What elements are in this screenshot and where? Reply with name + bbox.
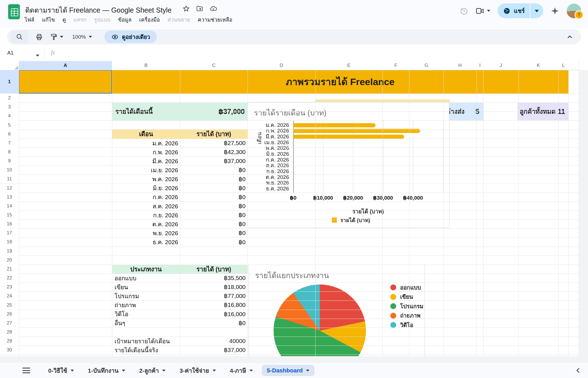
- column-header-E[interactable]: E: [315, 61, 383, 70]
- income-cell[interactable]: ฿77,000: [180, 293, 248, 299]
- income-cell[interactable]: ฿0: [180, 221, 248, 227]
- month-cell[interactable]: มี.ค. 2026: [112, 157, 180, 166]
- month-cell[interactable]: ก.พ. 2026: [112, 148, 180, 157]
- menu-item[interactable]: แก้ไข: [42, 15, 55, 24]
- row-header-23[interactable]: 23: [0, 283, 19, 292]
- table-row[interactable]: วิดีโอ ฿16,000: [112, 310, 248, 319]
- sheet-tab-caret[interactable]: [213, 370, 216, 372]
- zoom-control[interactable]: 100%: [72, 34, 92, 40]
- sheet-tab[interactable]: 4-ภาษี: [225, 364, 258, 377]
- row-header-5[interactable]: 5: [0, 120, 19, 130]
- income-cell[interactable]: ฿0: [180, 320, 248, 326]
- sheets-logo[interactable]: [8, 4, 20, 19]
- menu-item[interactable]: แทรก: [73, 15, 86, 24]
- monthly-income-bar-chart[interactable]: รายได้รายเดือน (บาท) เดือน ม.ค. 2026ก.พ.…: [248, 102, 449, 228]
- category-table-header[interactable]: ประเภทงาน รายได้ (บาท): [112, 265, 248, 274]
- row-header-28[interactable]: 28: [0, 328, 19, 337]
- table-row[interactable]: ธ.ค. 2026 ฿0: [112, 238, 248, 247]
- category-cell[interactable]: วิดีโอ: [112, 309, 180, 319]
- paint-format-button[interactable]: [50, 33, 63, 41]
- search-button[interactable]: [11, 31, 28, 43]
- row-header-17[interactable]: 17: [0, 228, 19, 238]
- column-header-B[interactable]: B: [112, 61, 180, 70]
- row-header-2[interactable]: 2: [0, 94, 19, 103]
- row-header-10[interactable]: 10: [0, 165, 19, 175]
- column-header-A[interactable]: A: [19, 61, 112, 70]
- category-cell[interactable]: โปรแกรม: [112, 291, 180, 301]
- table-row[interactable]: มิ.ย. 2026 ฿0: [112, 184, 248, 193]
- column-header-H[interactable]: H: [444, 61, 477, 70]
- name-box-caret[interactable]: [36, 53, 39, 58]
- income-cell[interactable]: ฿16,000: [180, 311, 248, 318]
- row-header-25[interactable]: 25: [0, 300, 19, 310]
- row-header-9[interactable]: 9: [0, 157, 19, 166]
- meet-button[interactable]: [476, 7, 490, 15]
- collapse-toolbar-chevron[interactable]: [566, 33, 574, 41]
- row-header-15[interactable]: 15: [0, 211, 19, 220]
- column-header-C[interactable]: C: [180, 61, 248, 70]
- row-header-12[interactable]: 12: [0, 184, 19, 193]
- sheet-tab[interactable]: 5-Dashboard: [262, 365, 314, 376]
- star-icon[interactable]: [183, 5, 190, 12]
- month-cell[interactable]: พ.ย. 2026: [112, 228, 180, 238]
- income-cell[interactable]: ฿0: [180, 212, 248, 218]
- month-cell[interactable]: ก.ย. 2026: [112, 211, 180, 220]
- share-dropdown[interactable]: [530, 8, 543, 13]
- sheet-tab-caret[interactable]: [122, 370, 125, 372]
- row-header-29[interactable]: 29: [0, 337, 19, 346]
- sheet-tab[interactable]: 3-ค่าใช้จ่าย: [174, 364, 221, 377]
- table-row[interactable]: พ.ค. 2026 ฿0: [112, 175, 248, 184]
- month-cell[interactable]: เม.ย. 2026: [112, 165, 180, 175]
- category-cell[interactable]: เขียน: [112, 283, 180, 292]
- move-folder-icon[interactable]: [196, 5, 203, 12]
- menu-item[interactable]: ความช่วยเหลือ: [198, 15, 232, 24]
- row-header-14[interactable]: 14: [0, 202, 19, 211]
- row-header-26[interactable]: 26: [0, 310, 19, 319]
- name-box[interactable]: A1: [7, 50, 13, 56]
- table-row[interactable]: เขียน ฿18,000: [112, 283, 248, 291]
- menu-item[interactable]: รูปแบบ: [94, 15, 111, 24]
- table-row[interactable]: เม.ย. 2026 ฿0: [112, 165, 248, 174]
- category-cell[interactable]: อื่นๆ: [112, 318, 180, 328]
- menu-item[interactable]: ส่วนขยาย: [167, 15, 190, 24]
- column-header-F[interactable]: F: [382, 61, 409, 70]
- income-cell[interactable]: ฿18,000: [180, 284, 248, 290]
- income-cell[interactable]: ฿0: [180, 230, 248, 236]
- sheet-tab-caret[interactable]: [306, 370, 309, 372]
- income-cell[interactable]: ฿35,500: [180, 275, 248, 281]
- income-cell[interactable]: ฿0: [180, 185, 248, 192]
- table-row[interactable]: ออกแบบ ฿35,500: [112, 274, 248, 283]
- row-header-16[interactable]: 16: [0, 220, 19, 229]
- banner-title-cell[interactable]: ภาพรวมรายได้ Freelance: [112, 70, 568, 94]
- income-cell[interactable]: ฿16,800: [180, 302, 248, 308]
- table-row[interactable]: ต.ค. 2026 ฿0: [112, 220, 248, 228]
- month-cell[interactable]: ส.ค. 2026: [112, 202, 180, 211]
- sheet-tab[interactable]: 0-วิธีใช้: [43, 364, 79, 377]
- column-header-I[interactable]: I: [477, 61, 484, 70]
- table-row[interactable]: ก.ค. 2026 ฿0: [112, 193, 248, 202]
- gemini-sparkle-icon[interactable]: [550, 6, 559, 15]
- table-row[interactable]: มี.ค. 2026 ฿37,000: [112, 157, 248, 165]
- column-header-K[interactable]: K: [519, 61, 559, 70]
- month-cell[interactable]: ต.ค. 2026: [112, 220, 180, 229]
- scroll-tabs-left-chevron[interactable]: [575, 367, 582, 374]
- sheet-tab-caret[interactable]: [71, 370, 74, 372]
- menu-item[interactable]: ไฟล์: [25, 15, 34, 24]
- column-header-J[interactable]: J: [483, 61, 519, 70]
- monthly-table-header[interactable]: เดือน รายได้ (บาท): [112, 129, 248, 139]
- row-header-30[interactable]: 30: [0, 346, 19, 355]
- goal-row[interactable]: เป้าหมายรายได้/เดือน 40000: [112, 337, 248, 346]
- menu-item[interactable]: ดู: [62, 15, 66, 24]
- menu-item[interactable]: ข้อมูล: [118, 15, 132, 24]
- row-header-7[interactable]: 7: [0, 139, 19, 148]
- version-history-icon[interactable]: [459, 6, 468, 15]
- income-cell[interactable]: ฿42,300: [180, 149, 248, 155]
- select-all-corner[interactable]: [0, 61, 19, 70]
- row-header-22[interactable]: 22: [0, 274, 19, 283]
- row-header-24[interactable]: 24: [0, 291, 19, 301]
- row-header-3[interactable]: 3: [0, 102, 19, 112]
- row-header-21[interactable]: 21: [0, 265, 19, 274]
- row-header-8[interactable]: 8: [0, 148, 19, 157]
- view-only-button[interactable]: ดูอย่างเดียว: [104, 31, 157, 43]
- column-header-partial[interactable]: [568, 61, 579, 70]
